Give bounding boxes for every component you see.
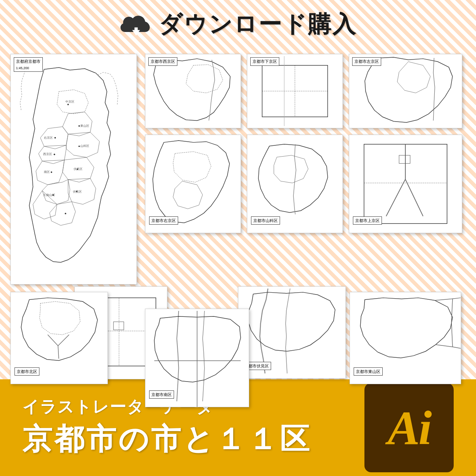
map-higashiyama: 京都市東山区 [350,292,461,384]
svg-point-3 [78,125,80,127]
map-sakyo: 京都市左京区 [349,54,462,128]
map-fushimi-bg: 京都市伏見区 [238,286,346,379]
svg-text:伏見区: 伏見区 [74,167,83,171]
svg-text:伏見区: 伏見区 [73,190,82,193]
map-nishiku: 京都市西京区 [145,54,241,128]
svg-point-6 [54,154,55,155]
cloud-download-icon [119,11,153,37]
svg-point-5 [78,145,80,147]
map-minami: 京都市南区 [145,309,249,407]
map-yamashina: 京都市山科区 [247,135,343,233]
map-shimogyo: 京都市下京区 [247,54,343,128]
svg-text:山科区: 山科区 [80,144,89,148]
svg-point-2 [67,104,69,105]
svg-text:右京区: 右京区 [44,136,53,139]
svg-point-8 [51,171,52,173]
svg-point-11 [65,213,66,214]
map-yamashina-label: 京都市山科区 [251,216,280,225]
map-main: 京都府京都市 1:45,200 [10,54,137,284]
map-kamigyo-label: 京都市上京区 [353,216,382,225]
maps-area: 京都府京都市 1:45,200 [0,48,476,379]
header: ダウンロード購入 [0,0,476,48]
map-kita-label: 京都市北区 [15,367,39,376]
ai-badge: Ai [364,383,454,472]
header-title: ダウンロード購入 [159,9,357,40]
map-minami-label: 京都市南区 [149,390,174,399]
map-main-title: 京都府京都市 1:45,200 [14,57,43,72]
svg-point-4 [54,137,56,139]
svg-text:南区: 南区 [44,170,50,174]
svg-text:東山区: 東山区 [80,124,89,128]
map-kamigyo: 京都市上京区 [349,135,462,233]
ai-text: Ai [388,400,431,456]
map-shimogyo-title: 京都市下京区 [250,57,279,66]
footer-main-title: 京都市の市と１１区 [22,419,312,460]
map-nishiku-title: 京都市西京区 [148,57,177,66]
map-ukyo: 京都市右京区 [145,135,241,233]
svg-text:中京区: 中京区 [65,100,74,103]
map-sakyo-title: 京都市左京区 [352,57,381,66]
map-higashiyama-label: 京都市東山区 [354,367,383,376]
svg-text:西京区: 西京区 [43,152,52,156]
map-ukyo-label: 京都市右京区 [149,216,178,225]
map-kita: 京都市北区 [10,292,108,384]
svg-text:久御山町: 久御山町 [43,193,55,197]
